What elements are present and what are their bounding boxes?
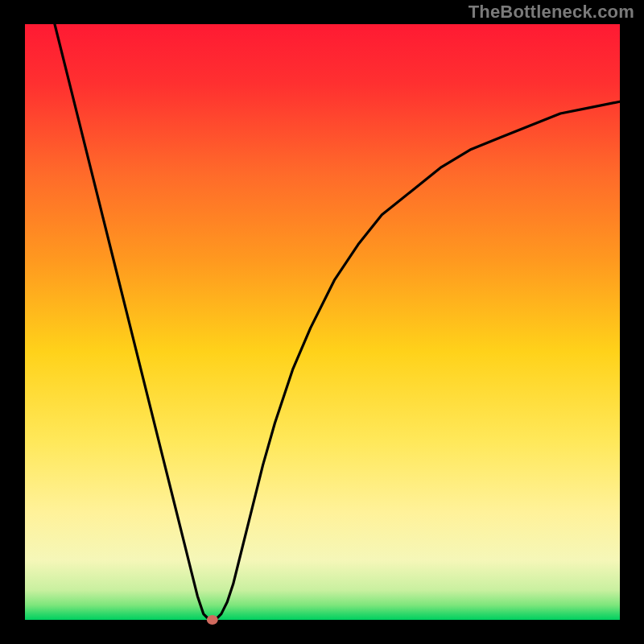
chart-frame: TheBottleneck.com <box>0 0 644 644</box>
bottleneck-chart <box>0 0 644 644</box>
minimum-marker <box>207 615 218 625</box>
watermark-label: TheBottleneck.com <box>469 2 634 23</box>
gradient-background <box>25 24 620 620</box>
